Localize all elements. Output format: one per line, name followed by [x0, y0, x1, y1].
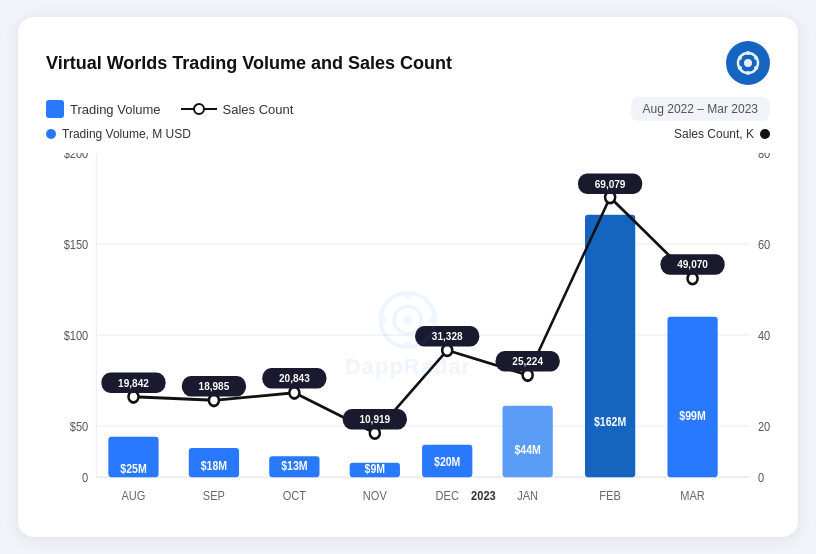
trading-volume-label: Trading Volume	[70, 102, 161, 117]
point-oct	[289, 387, 299, 398]
sales-count-label: Sales Count	[223, 102, 294, 117]
svg-text:$13M: $13M	[281, 460, 307, 473]
left-axis-label: Trading Volume, M USD	[46, 127, 191, 141]
svg-text:$100: $100	[64, 328, 89, 343]
bar-jan	[503, 406, 553, 477]
svg-point-5	[754, 66, 758, 70]
svg-point-3	[746, 51, 750, 55]
svg-text:80: 80	[758, 153, 770, 161]
svg-text:25,224: 25,224	[512, 355, 543, 368]
chart-title: Virtual Worlds Trading Volume and Sales …	[46, 53, 452, 74]
svg-text:MAR: MAR	[680, 488, 705, 503]
svg-text:49,070: 49,070	[677, 258, 708, 271]
svg-text:60: 60	[758, 237, 770, 252]
svg-text:40: 40	[758, 328, 770, 343]
legend-row: Trading Volume Sales Count Aug 2022 – Ma…	[46, 97, 770, 121]
left-axis-dot	[46, 129, 56, 139]
bar-mar	[667, 317, 717, 478]
axis-labels-row: Trading Volume, M USD Sales Count, K	[46, 127, 770, 141]
svg-text:$200: $200	[64, 153, 89, 161]
chart-card: Virtual Worlds Trading Volume and Sales …	[18, 17, 798, 537]
legend-left: Trading Volume Sales Count	[46, 100, 293, 118]
svg-text:$162M: $162M	[594, 415, 626, 428]
svg-text:$99M: $99M	[679, 410, 705, 423]
trading-volume-box	[46, 100, 64, 118]
svg-text:19,842: 19,842	[118, 376, 149, 389]
svg-text:20,843: 20,843	[279, 372, 310, 385]
bar-feb	[585, 215, 635, 478]
svg-text:0: 0	[758, 470, 765, 485]
svg-text:$25M: $25M	[120, 462, 146, 475]
chart-area: DappRadar $200 $150 $100 $50 0 80 60 40 …	[46, 153, 770, 517]
svg-text:DEC: DEC	[436, 488, 460, 503]
sales-count-line-icon	[181, 100, 217, 118]
svg-text:$9M: $9M	[365, 462, 386, 475]
svg-point-4	[754, 56, 758, 60]
dappradar-logo	[726, 41, 770, 85]
svg-text:FEB: FEB	[599, 488, 621, 503]
right-axis-label: Sales Count, K	[674, 127, 770, 141]
svg-text:JAN: JAN	[517, 488, 538, 503]
svg-text:69,079: 69,079	[595, 177, 626, 190]
svg-point-2	[744, 59, 752, 67]
svg-text:AUG: AUG	[122, 488, 146, 503]
svg-text:OCT: OCT	[283, 488, 306, 503]
svg-point-7	[738, 66, 742, 70]
svg-text:NOV: NOV	[363, 488, 387, 503]
svg-text:$150: $150	[64, 237, 89, 252]
legend-sales-count: Sales Count	[181, 100, 294, 118]
right-axis-dot	[760, 129, 770, 139]
svg-point-10	[194, 104, 204, 114]
legend-trading-volume: Trading Volume	[46, 100, 161, 118]
date-range-badge: Aug 2022 – Mar 2023	[631, 97, 770, 121]
svg-text:SEP: SEP	[203, 488, 225, 503]
svg-text:20: 20	[758, 419, 770, 434]
svg-text:10,919: 10,919	[359, 413, 390, 426]
svg-point-8	[738, 56, 742, 60]
svg-text:$44M: $44M	[514, 444, 540, 457]
svg-text:31,328: 31,328	[432, 330, 463, 343]
svg-text:2023: 2023	[471, 488, 496, 503]
chart-svg: $200 $150 $100 $50 0 80 60 40 20 0 $25M …	[46, 153, 770, 517]
svg-text:$18M: $18M	[201, 460, 227, 473]
svg-text:18,985: 18,985	[199, 380, 230, 393]
svg-text:$20M: $20M	[434, 455, 460, 468]
svg-text:0: 0	[82, 470, 89, 485]
svg-point-6	[746, 71, 750, 75]
svg-text:$50: $50	[70, 419, 89, 434]
header-row: Virtual Worlds Trading Volume and Sales …	[46, 41, 770, 85]
